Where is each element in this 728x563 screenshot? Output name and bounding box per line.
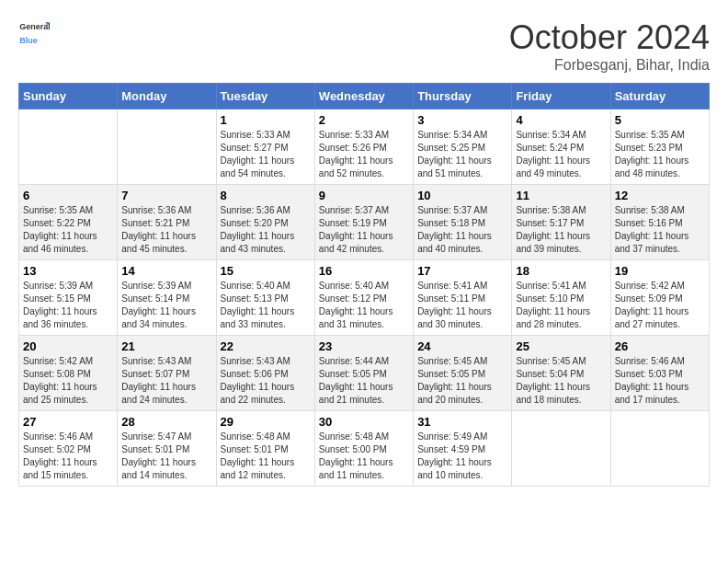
day-number: 1 [221,113,311,127]
day-info: Sunrise: 5:37 AMSunset: 5:18 PMDaylight:… [417,204,507,256]
calendar-cell: 4Sunrise: 5:34 AMSunset: 5:24 PMDaylight… [512,109,610,185]
day-number: 23 [319,339,409,353]
day-info: Sunrise: 5:40 AMSunset: 5:12 PMDaylight:… [319,280,409,331]
day-info: Sunrise: 5:35 AMSunset: 5:23 PMDaylight:… [615,129,705,180]
day-info: Sunrise: 5:34 AMSunset: 5:25 PMDaylight:… [417,129,507,180]
day-info: Sunrise: 5:41 AMSunset: 5:10 PMDaylight:… [516,280,606,331]
page-container: General Blue October 2024 Forbesganj, Bi… [0,0,728,496]
location: Forbesganj, Bihar, India [509,57,710,74]
calendar-body: 1Sunrise: 5:33 AMSunset: 5:27 PMDaylight… [19,109,710,487]
header-tuesday: Tuesday [216,84,314,109]
header-friday: Friday [512,84,610,109]
day-number: 17 [417,264,507,278]
calendar-cell: 2Sunrise: 5:33 AMSunset: 5:26 PMDaylight… [314,109,413,185]
day-number: 24 [417,339,507,353]
header-monday: Monday [118,84,216,109]
calendar-cell: 29Sunrise: 5:48 AMSunset: 5:01 PMDayligh… [216,411,314,487]
day-info: Sunrise: 5:49 AMSunset: 4:59 PMDaylight:… [417,431,507,482]
calendar-cell: 20Sunrise: 5:42 AMSunset: 5:08 PMDayligh… [19,336,118,411]
day-number: 26 [615,339,705,353]
day-number: 11 [516,189,606,202]
day-info: Sunrise: 5:45 AMSunset: 5:04 PMDaylight:… [516,355,606,407]
day-info: Sunrise: 5:39 AMSunset: 5:15 PMDaylight:… [23,280,113,331]
day-info: Sunrise: 5:33 AMSunset: 5:26 PMDaylight:… [319,129,409,180]
calendar-cell: 13Sunrise: 5:39 AMSunset: 5:15 PMDayligh… [19,260,118,336]
day-number: 21 [121,339,211,353]
day-info: Sunrise: 5:40 AMSunset: 5:13 PMDaylight:… [221,280,311,331]
day-info: Sunrise: 5:34 AMSunset: 5:24 PMDaylight:… [516,129,606,180]
logo: General Blue [18,18,50,50]
calendar-week-4: 20Sunrise: 5:42 AMSunset: 5:08 PMDayligh… [19,336,710,411]
calendar-header: Sunday Monday Tuesday Wednesday Thursday… [19,84,710,109]
calendar-cell: 10Sunrise: 5:37 AMSunset: 5:18 PMDayligh… [414,185,512,260]
day-number: 12 [615,189,705,202]
day-info: Sunrise: 5:41 AMSunset: 5:11 PMDaylight:… [417,280,507,331]
day-number: 3 [417,113,507,127]
calendar-cell: 30Sunrise: 5:48 AMSunset: 5:00 PMDayligh… [314,411,413,487]
day-number: 29 [221,415,311,429]
calendar-cell: 22Sunrise: 5:43 AMSunset: 5:06 PMDayligh… [216,336,314,411]
header-row: Sunday Monday Tuesday Wednesday Thursday… [19,84,710,109]
header-wednesday: Wednesday [314,84,413,109]
header-sunday: Sunday [19,84,118,109]
header: General Blue October 2024 Forbesganj, Bi… [18,18,710,74]
calendar-cell [512,411,610,487]
calendar-cell: 31Sunrise: 5:49 AMSunset: 4:59 PMDayligh… [414,411,512,487]
calendar-cell: 21Sunrise: 5:43 AMSunset: 5:07 PMDayligh… [118,336,216,411]
day-info: Sunrise: 5:37 AMSunset: 5:19 PMDaylight:… [319,204,409,256]
calendar-week-5: 27Sunrise: 5:46 AMSunset: 5:02 PMDayligh… [19,411,710,487]
day-number: 9 [319,189,409,202]
day-info: Sunrise: 5:43 AMSunset: 5:07 PMDaylight:… [121,355,211,407]
day-info: Sunrise: 5:43 AMSunset: 5:06 PMDaylight:… [221,355,311,407]
calendar-cell: 1Sunrise: 5:33 AMSunset: 5:27 PMDaylight… [216,109,314,185]
day-number: 18 [516,264,606,278]
calendar-cell [118,109,216,185]
day-number: 15 [221,264,311,278]
calendar-cell: 14Sunrise: 5:39 AMSunset: 5:14 PMDayligh… [118,260,216,336]
calendar-cell: 3Sunrise: 5:34 AMSunset: 5:25 PMDaylight… [414,109,512,185]
day-number: 20 [23,339,113,353]
logo-svg: General Blue [18,18,50,50]
calendar-week-1: 1Sunrise: 5:33 AMSunset: 5:27 PMDaylight… [19,109,710,185]
day-info: Sunrise: 5:35 AMSunset: 5:22 PMDaylight:… [23,204,113,256]
day-info: Sunrise: 5:48 AMSunset: 5:01 PMDaylight:… [221,431,311,482]
calendar-week-3: 13Sunrise: 5:39 AMSunset: 5:15 PMDayligh… [19,260,710,336]
day-number: 28 [121,415,211,429]
calendar-cell: 26Sunrise: 5:46 AMSunset: 5:03 PMDayligh… [610,336,709,411]
day-info: Sunrise: 5:45 AMSunset: 5:05 PMDaylight:… [417,355,507,407]
day-info: Sunrise: 5:42 AMSunset: 5:09 PMDaylight:… [615,280,705,331]
calendar-cell: 27Sunrise: 5:46 AMSunset: 5:02 PMDayligh… [19,411,118,487]
calendar-cell: 9Sunrise: 5:37 AMSunset: 5:19 PMDaylight… [314,185,413,260]
day-number: 2 [319,113,409,127]
day-number: 19 [615,264,705,278]
day-number: 7 [121,189,211,202]
day-number: 14 [121,264,211,278]
day-number: 5 [615,113,705,127]
calendar-cell: 11Sunrise: 5:38 AMSunset: 5:17 PMDayligh… [512,185,610,260]
calendar-table: Sunday Monday Tuesday Wednesday Thursday… [18,83,710,487]
day-number: 22 [221,339,311,353]
day-info: Sunrise: 5:38 AMSunset: 5:17 PMDaylight:… [516,204,606,256]
header-thursday: Thursday [414,84,512,109]
calendar-cell: 15Sunrise: 5:40 AMSunset: 5:13 PMDayligh… [216,260,314,336]
calendar-week-2: 6Sunrise: 5:35 AMSunset: 5:22 PMDaylight… [19,185,710,260]
calendar-cell: 23Sunrise: 5:44 AMSunset: 5:05 PMDayligh… [314,336,413,411]
day-number: 13 [23,264,113,278]
day-number: 25 [516,339,606,353]
calendar-cell [610,411,709,487]
day-info: Sunrise: 5:46 AMSunset: 5:02 PMDaylight:… [23,431,113,482]
day-info: Sunrise: 5:44 AMSunset: 5:05 PMDaylight:… [319,355,409,407]
day-number: 27 [23,415,113,429]
day-number: 31 [417,415,507,429]
day-info: Sunrise: 5:47 AMSunset: 5:01 PMDaylight:… [121,431,211,482]
day-number: 4 [516,113,606,127]
calendar-cell: 12Sunrise: 5:38 AMSunset: 5:16 PMDayligh… [610,185,709,260]
day-info: Sunrise: 5:33 AMSunset: 5:27 PMDaylight:… [221,129,311,180]
title-block: October 2024 Forbesganj, Bihar, India [509,18,710,74]
calendar-cell: 16Sunrise: 5:40 AMSunset: 5:12 PMDayligh… [314,260,413,336]
header-saturday: Saturday [610,84,709,109]
day-info: Sunrise: 5:36 AMSunset: 5:20 PMDaylight:… [221,204,311,256]
day-number: 8 [221,189,311,202]
day-info: Sunrise: 5:42 AMSunset: 5:08 PMDaylight:… [23,355,113,407]
day-number: 10 [417,189,507,202]
